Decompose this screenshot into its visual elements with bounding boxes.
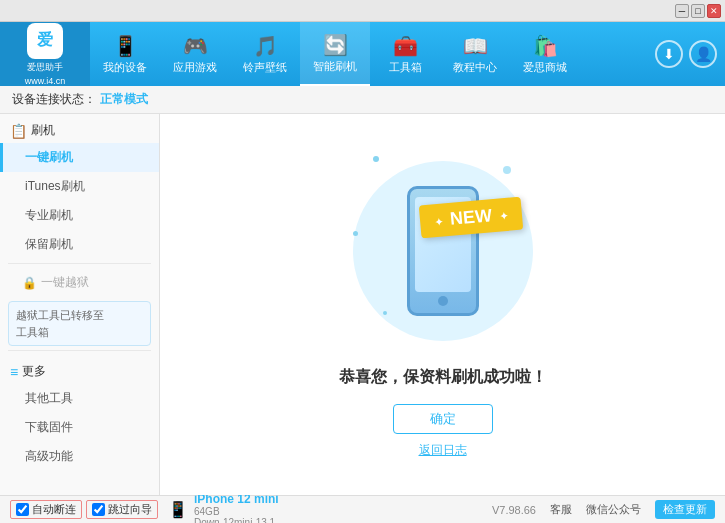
device-info: 📱 iPhone 12 mini 64GB Down-12mini-13,1: [168, 492, 492, 524]
nav-ringtones[interactable]: 🎵 铃声壁纸: [230, 22, 300, 86]
logo-area: 爱 爱思助手 www.i4.cn: [0, 22, 90, 86]
sidebar-section-flash: 📋 刷机: [0, 114, 159, 143]
return-link[interactable]: 返回日志: [419, 442, 467, 459]
nav-items: 📱 我的设备 🎮 应用游戏 🎵 铃声壁纸 🔄 智能刷机 🧰 工具箱 📖 教程中心…: [90, 22, 655, 86]
sidebar-item-itunes-flash[interactable]: iTunes刷机: [0, 172, 159, 201]
auto-close-checkbox-container: 自动断连: [10, 500, 82, 519]
skip-wizard-checkbox[interactable]: [92, 503, 105, 516]
customer-service-link[interactable]: 客服: [550, 502, 572, 517]
bottom-bar: 自动断连 跳过向导 📱 iPhone 12 mini 64GB Down-12m…: [0, 495, 725, 523]
main-layout: 📋 刷机 一键刷机 iTunes刷机 专业刷机 保留刷机 🔒 一键越狱 越狱工具…: [0, 114, 725, 495]
header: 爱 爱思助手 www.i4.cn 📱 我的设备 🎮 应用游戏 🎵 铃声壁纸 🔄 …: [0, 22, 725, 86]
nav-shop[interactable]: 🛍️ 爱思商城: [510, 22, 580, 86]
sidebar-item-save-data-flash[interactable]: 保留刷机: [0, 230, 159, 259]
divider-2: [8, 350, 151, 351]
flash-section-icon: 📋: [10, 123, 27, 139]
logo-url: www.i4.cn: [25, 76, 66, 86]
sidebar-item-pro-flash[interactable]: 专业刷机: [0, 201, 159, 230]
nav-apps-games[interactable]: 🎮 应用游戏: [160, 22, 230, 86]
confirm-button[interactable]: 确定: [393, 404, 493, 434]
nav-tutorials[interactable]: 📖 教程中心: [440, 22, 510, 86]
ringtones-icon: 🎵: [253, 34, 278, 58]
auto-close-label[interactable]: 自动断连: [32, 502, 76, 517]
sparkle-4: [383, 311, 387, 315]
sparkle-1: [373, 156, 379, 162]
device-model: Down-12mini-13,1: [194, 517, 279, 524]
device-icon: 📱: [168, 500, 188, 519]
close-btn[interactable]: ✕: [707, 4, 721, 18]
sparkle-3: [353, 231, 358, 236]
sidebar-item-one-click-flash[interactable]: 一键刷机: [0, 143, 159, 172]
sparkle-2: [503, 166, 511, 174]
jailbreak-notice: 越狱工具已转移至工具箱: [8, 301, 151, 346]
bottom-right: V7.98.66 客服 微信公众号 检查更新: [492, 500, 715, 519]
lock-icon: 🔒: [22, 276, 37, 290]
logo-icon: 爱: [27, 23, 63, 59]
phone-illustration: NEW: [333, 151, 553, 351]
toolbox-icon: 🧰: [393, 34, 418, 58]
more-section-icon: ≡: [10, 364, 18, 380]
skip-wizard-checkbox-container: 跳过向导: [86, 500, 158, 519]
sidebar: 📋 刷机 一键刷机 iTunes刷机 专业刷机 保留刷机 🔒 一键越狱 越狱工具…: [0, 114, 160, 495]
apps-icon: 🎮: [183, 34, 208, 58]
my-device-icon: 📱: [113, 34, 138, 58]
check-update-btn[interactable]: 检查更新: [655, 500, 715, 519]
success-text: 恭喜您，保资料刷机成功啦！: [339, 367, 547, 388]
download-btn[interactable]: ⬇: [655, 40, 683, 68]
phone-home-btn: [438, 296, 448, 306]
sidebar-item-download-firmware[interactable]: 下载固件: [0, 413, 159, 442]
auto-close-checkbox[interactable]: [16, 503, 29, 516]
nav-toolbox[interactable]: 🧰 工具箱: [370, 22, 440, 86]
content-area: NEW 恭喜您，保资料刷机成功啦！ 确定 返回日志: [160, 114, 725, 495]
skip-wizard-label[interactable]: 跳过向导: [108, 502, 152, 517]
divider-1: [8, 263, 151, 264]
sidebar-item-advanced[interactable]: 高级功能: [0, 442, 159, 471]
bottom-row1: 自动断连 跳过向导 📱 iPhone 12 mini 64GB Down-12m…: [0, 496, 725, 523]
status-label: 设备连接状态：: [12, 91, 96, 108]
nav-smart-flash[interactable]: 🔄 智能刷机: [300, 22, 370, 86]
user-btn[interactable]: 👤: [689, 40, 717, 68]
sidebar-section-more: ≡ 更多: [0, 355, 159, 384]
sidebar-disabled-jailbreak: 🔒 一键越狱: [0, 268, 159, 297]
status-value: 正常模式: [100, 91, 148, 108]
maximize-btn[interactable]: □: [691, 4, 705, 18]
nav-right: ⬇ 👤: [655, 40, 725, 68]
version-text: V7.98.66: [492, 504, 536, 516]
minimize-btn[interactable]: ─: [675, 4, 689, 18]
device-details: iPhone 12 mini 64GB Down-12mini-13,1: [194, 492, 279, 524]
status-bar: 设备连接状态： 正常模式: [0, 86, 725, 114]
sidebar-item-other-tools[interactable]: 其他工具: [0, 384, 159, 413]
device-storage: 64GB: [194, 506, 279, 517]
smart-flash-icon: 🔄: [323, 33, 348, 57]
nav-my-device[interactable]: 📱 我的设备: [90, 22, 160, 86]
title-bar: ─ □ ✕: [0, 0, 725, 22]
shop-icon: 🛍️: [533, 34, 558, 58]
tutorials-icon: 📖: [463, 34, 488, 58]
logo-text: 爱思助手: [27, 61, 63, 74]
wechat-link[interactable]: 微信公众号: [586, 502, 641, 517]
